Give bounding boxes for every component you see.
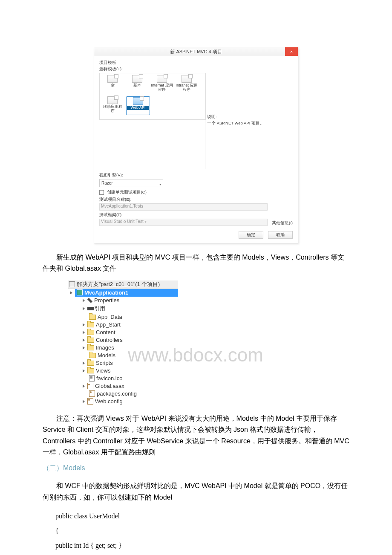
new-project-dialog: 新 ASP.NET MVC 4 项目 × 项目模板 选择模板(T): 空 基本 (94, 47, 298, 243)
expand-icon[interactable] (83, 338, 85, 342)
create-unittest-label: 创建单元测试项目(C) (107, 190, 147, 194)
tree-label: App_Start (96, 321, 121, 328)
file-icon (89, 375, 95, 382)
select-template-label: 选择模板(T): (99, 66, 206, 72)
config-icon (87, 383, 93, 389)
select-value: Razor (101, 181, 113, 185)
expand-icon[interactable] (83, 307, 85, 310)
folder-icon (87, 322, 94, 327)
desc-heading: 说明: (207, 114, 288, 120)
test-framework-select: Visual Studio Unit Test ▾ (99, 219, 268, 226)
expand-icon[interactable] (83, 346, 85, 350)
folder-icon (87, 368, 94, 373)
section-heading: （二）Models (43, 464, 349, 473)
folder-icon (87, 338, 94, 343)
template-label: Internet 应用程序 (151, 84, 173, 92)
expand-icon[interactable] (83, 400, 85, 403)
expand-icon[interactable] (83, 377, 86, 380)
dialog-title: 新 ASP.NET MVC 4 项目 (170, 49, 222, 54)
tree-label: Views (96, 367, 110, 374)
template-empty[interactable]: 空 (101, 75, 124, 94)
expand-icon[interactable] (83, 354, 86, 357)
tree-node[interactable]: packages.config (83, 390, 178, 398)
template-label: Intranet 应用程序 (176, 84, 198, 92)
template-label: 空 (101, 84, 124, 88)
desc-text: 一个 ASP.NET Web API 项目。 (207, 121, 288, 126)
folder-icon (89, 353, 96, 358)
template-icon (133, 97, 143, 105)
tree-node[interactable]: Content (83, 329, 178, 336)
tree-node[interactable]: App_Data (83, 313, 178, 321)
tree-label: favicon.ico (96, 375, 122, 382)
expand-icon[interactable] (83, 384, 85, 388)
tree-node[interactable]: favicon.ico (83, 375, 178, 382)
folder-icon (87, 345, 94, 350)
template-label: 基本 (126, 84, 148, 88)
body-paragraph: 和 WCF 中的数据契约形成鲜明对比的是，MVC WebAPI 中的 Model… (43, 480, 349, 503)
tree-label: Properties (94, 297, 119, 304)
select-value: Visual Studio Unit Test (101, 219, 144, 224)
template-list: 空 基本 Internet 应用程序 Intranet 应用程序 (99, 73, 206, 120)
tree-node[interactable]: Models (83, 352, 178, 359)
test-name-label: 测试项目名称(E): (99, 197, 268, 202)
template-icon (107, 75, 118, 83)
tree-label: App_Data (98, 314, 122, 320)
template-basic[interactable]: 基本 (126, 75, 148, 94)
folder-icon (87, 330, 94, 335)
tree-label: Images (96, 344, 114, 351)
tree-node[interactable]: Controllers (83, 336, 178, 344)
create-unittest-checkbox[interactable] (99, 190, 104, 195)
tree-node[interactable]: Global.asax (83, 382, 178, 390)
expand-icon[interactable] (83, 315, 86, 319)
expand-icon[interactable] (83, 361, 85, 365)
wrench-icon (87, 298, 92, 303)
tree-node[interactable]: App_Start (83, 321, 178, 329)
template-label: 移动应用程序 (101, 105, 124, 113)
folder-icon (87, 361, 94, 366)
project-name: MvcApplication1 (84, 289, 128, 296)
config-icon (89, 390, 95, 397)
tree-node[interactable]: Properties (83, 297, 178, 304)
ok-button[interactable]: 确定 (239, 231, 263, 239)
project-icon (77, 289, 83, 295)
view-engine-label: 视图引擎(V): (99, 173, 293, 178)
tree-label: Global.asax (95, 383, 124, 389)
test-name-input: MvcApplication1.Tests (99, 203, 268, 211)
project-node[interactable]: MvcApplication1 (75, 289, 178, 297)
close-icon[interactable]: × (285, 47, 298, 56)
template-mobile[interactable]: 移动应用程序 (101, 96, 124, 115)
view-engine-select[interactable]: Razor ▾ (99, 179, 163, 187)
test-framework-label: 测试框架(F): (99, 212, 268, 218)
tree-node[interactable]: 引用 (83, 304, 178, 313)
solution-header[interactable]: 解决方案"part2_c01_01"(1 个项目) (68, 280, 178, 289)
template-internet[interactable]: Internet 应用程序 (151, 75, 173, 94)
tree-label: Controllers (96, 337, 123, 343)
cancel-button[interactable]: 取消 (268, 231, 293, 239)
tree-node[interactable]: Images (83, 344, 178, 352)
input-value: MvcApplication1.Tests (101, 204, 143, 208)
tree-node[interactable]: Web.config (83, 398, 178, 405)
expand-icon[interactable] (83, 369, 85, 373)
button-label: 确定 (247, 232, 255, 237)
expand-icon[interactable] (83, 392, 86, 396)
template-webapi[interactable]: Web API (126, 96, 150, 115)
solution-icon (69, 281, 75, 287)
code-line: public string UserName { get; set; } (55, 553, 349, 555)
tree-label: 引用 (94, 305, 105, 312)
tree-node[interactable]: Views (83, 367, 178, 375)
code-line: { (55, 524, 349, 538)
tree-label: Scripts (96, 360, 113, 366)
more-info-link[interactable]: 其他信息(I) (272, 220, 293, 226)
references-icon (87, 307, 92, 310)
template-label: Web API (127, 106, 149, 110)
tree-node[interactable]: Scripts (83, 359, 178, 367)
code-line: public class UserModel (55, 509, 349, 523)
expand-icon[interactable] (83, 331, 85, 334)
template-intranet[interactable]: Intranet 应用程序 (176, 75, 198, 94)
expand-icon[interactable] (83, 299, 85, 302)
config-icon (87, 398, 93, 405)
template-icon (132, 75, 142, 83)
template-icon (157, 75, 167, 83)
expand-icon[interactable] (83, 323, 85, 327)
body-paragraph: 注意：再次强调 Views 对于 WebAPI 来说没有太大的用途，Models… (43, 413, 349, 458)
